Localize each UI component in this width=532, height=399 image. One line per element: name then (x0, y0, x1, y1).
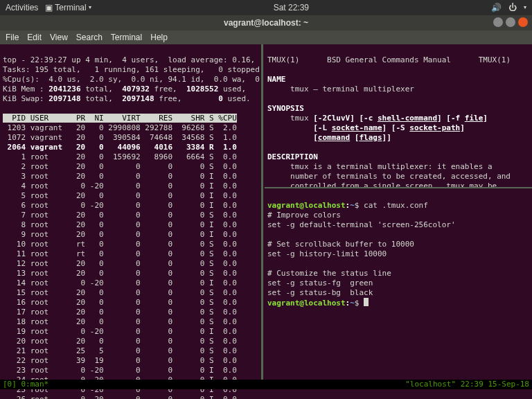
tmux-pane-shell[interactable]: vagrant@localhost:~$ cat .tmux.conf # Im… (265, 190, 532, 380)
table-row: 20 root 20 0 0 0 0 S 0.0 (3, 337, 237, 346)
table-row: 5 root 20 0 0 0 0 I 0.0 (3, 191, 237, 200)
table-row: 26 root 0 -20 0 0 0 I 0.0 (3, 395, 237, 399)
tmux-status-left: [0] 0:man* (3, 380, 48, 389)
top-output: top - 22:39:27 up 4 min, 4 users, load a… (3, 55, 258, 399)
window-title: vagrant@localhost: ~ (224, 18, 308, 28)
close-button[interactable] (518, 17, 528, 27)
table-row: 8 root 20 0 0 0 0 I 0.0 (3, 220, 237, 229)
terminal-area[interactable]: top - 22:39:27 up 4 min, 4 users, load a… (0, 44, 532, 389)
table-row: 2 root 20 0 0 0 0 S 0.0 (3, 162, 237, 171)
chevron-down-icon[interactable]: ▾ (524, 3, 526, 12)
tmux-status-bar: [0] 0:man* "localhost" 22:39 15-Sep-18 (0, 380, 532, 389)
table-row: 15 root 20 0 0 0 0 S 0.0 (3, 288, 237, 297)
table-row: 13 root 20 0 0 0 0 S 0.0 (3, 269, 237, 278)
sound-icon[interactable]: 🔊 (491, 3, 502, 12)
top-header: PID USER PR NI VIRT RES SHR S %CPU (3, 114, 237, 123)
table-row: 23 root 0 -20 0 0 0 I 0.0 (3, 366, 237, 375)
table-row: 1072 vagrant 20 0 390584 74648 34568 S 1… (3, 133, 237, 142)
menu-edit[interactable]: Edit (27, 33, 42, 42)
cursor-icon (364, 298, 369, 306)
table-row: 1 root 20 0 159692 8960 6664 S 0.0 (3, 152, 237, 161)
table-row: 17 root 20 0 0 0 0 S 0.0 (3, 308, 237, 317)
table-row: 9 root 20 0 0 0 0 I 0.0 (3, 230, 237, 239)
pane-divider-vertical[interactable] (261, 44, 263, 380)
table-row: 6 root 0 -20 0 0 0 I 0.0 (3, 201, 237, 210)
table-row: 10 root rt 0 0 0 0 S 0.0 (3, 240, 237, 249)
tmux-pane-man[interactable]: TMUX(1) BSD General Commands Manual TMUX… (265, 44, 532, 187)
table-row: 12 root 20 0 0 0 0 S 0.0 (3, 259, 237, 268)
table-row: 18 root 20 0 0 0 0 S 0.0 (3, 317, 237, 326)
menu-view[interactable]: View (50, 33, 68, 42)
menu-file[interactable]: File (6, 33, 19, 42)
app-menu[interactable]: ▣ Terminal ▾ (45, 3, 91, 12)
menu-help[interactable]: Help (150, 33, 168, 42)
maximize-button[interactable] (506, 17, 515, 27)
terminal-icon: ▣ (45, 3, 53, 12)
table-row: 11 root rt 0 0 0 0 S 0.0 (3, 249, 237, 258)
minimize-button[interactable] (493, 17, 503, 27)
menu-search[interactable]: Search (76, 33, 103, 42)
man-output: TMUX(1) BSD General Commands Manual TMUX… (267, 55, 529, 187)
gnome-top-bar: Activities ▣ Terminal ▾ Sat 22:39 🔊 ⏻ ▾ (0, 0, 532, 15)
tmux-status-right: "localhost" 22:39 15-Sep-18 (405, 380, 529, 389)
table-row: 22 root 39 19 0 0 0 S 0.0 (3, 356, 237, 365)
table-row: 14 root 0 -20 0 0 0 I 0.0 (3, 278, 237, 287)
table-row: 7 root 20 0 0 0 0 S 0.0 (3, 211, 237, 220)
table-row: 19 root 0 -20 0 0 0 I 0.0 (3, 327, 237, 336)
table-row: 16 root 20 0 0 0 0 S 0.0 (3, 298, 237, 307)
table-row: 4 root 0 -20 0 0 0 I 0.0 (3, 181, 237, 190)
window-title-bar: vagrant@localhost: ~ (0, 15, 532, 30)
power-icon[interactable]: ⏻ (508, 3, 517, 12)
shell-output: vagrant@localhost:~$ cat .tmux.conf # Im… (267, 201, 529, 308)
pane-divider-horizontal[interactable] (265, 187, 532, 188)
table-row: 3 root 20 0 0 0 0 I 0.0 (3, 172, 237, 181)
activities-button[interactable]: Activities (6, 3, 38, 12)
menu-bar: File Edit View Search Terminal Help (0, 30, 532, 44)
table-row: 1203 vagrant 20 0 2990808 292788 96268 S… (3, 123, 237, 132)
clock[interactable]: Sat 22:39 (91, 3, 491, 12)
table-row: 2064 vagrant 20 0 44096 4016 3384 R 1.0 (3, 143, 237, 152)
menu-terminal[interactable]: Terminal (111, 33, 142, 42)
table-row: 21 root 25 5 0 0 0 S 0.0 (3, 346, 237, 355)
tmux-pane-top[interactable]: top - 22:39:27 up 4 min, 4 users, load a… (0, 44, 260, 380)
